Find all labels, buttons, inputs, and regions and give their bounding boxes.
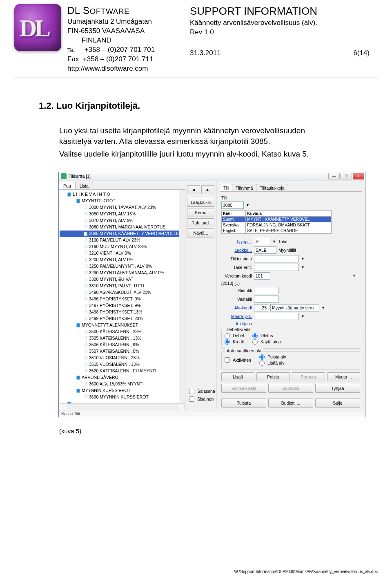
lisaa-alv-radio[interactable]	[259, 361, 265, 366]
tab-tili[interactable]: Tili	[220, 184, 232, 191]
tree-row[interactable]: MYÖNNETYT ALENNUKSET	[60, 322, 184, 329]
tree-row[interactable]: 3300 MYYNTI, EU-VAT	[60, 276, 184, 283]
salasana-checkbox[interactable]	[189, 389, 194, 394]
tree-row[interactable]: 3520 KÄTEISALENN., EU MYYNTI	[60, 368, 184, 374]
tab-puu[interactable]: Puu	[59, 182, 76, 189]
tree-row[interactable]: MYYNNIN KURSSIEROT	[60, 387, 184, 394]
tase-input[interactable]	[254, 264, 299, 271]
maximize-button[interactable]: ☐	[341, 173, 352, 179]
alvkoodi-select[interactable]	[270, 304, 319, 311]
account-tree[interactable]: L I I K E V A I H T OMYYNTITUOTOT3000 MY…	[59, 190, 185, 403]
toiminto-input[interactable]	[254, 255, 299, 262]
tree-row[interactable]: 3600 ALV, 18,033% MYYNTI	[60, 381, 184, 387]
tyyppi-link[interactable]: Tyyppi...	[221, 239, 252, 244]
table-row[interactable]: EnglishSALE, REVERSE CHARGE	[222, 228, 332, 233]
tree-row[interactable]: ARVONLISÄVERO	[60, 374, 184, 381]
tree-row[interactable]: 3080 MYYNTI, MARGINAALIVEROTUS	[60, 224, 184, 231]
suodatin-button[interactable]: Suodatin	[268, 384, 313, 393]
expand-all-button[interactable]: Laaj.kaikki	[187, 198, 214, 207]
tree-row[interactable]: L I I K E V A I H T O	[60, 191, 184, 198]
tree-row[interactable]: 3190 MUU MYYNTI, ALV 23%	[60, 244, 184, 250]
oletus-radio[interactable]	[252, 333, 258, 338]
valitse-kaikki-button[interactable]: Valitse kaikki	[221, 384, 266, 393]
budjetti-button[interactable]: Budjetti ...	[268, 399, 313, 408]
close-button[interactable]: ✕	[353, 173, 364, 179]
dropdown-icon[interactable]: ▼	[246, 203, 249, 207]
table-row[interactable]: SvenskaFÖRSÄLJNING, OMVÄND SKATT	[222, 222, 332, 228]
vastatili-input[interactable]	[254, 296, 278, 303]
tyhjaa-button[interactable]: Tyhjää	[315, 384, 360, 393]
tree-row[interactable]: 3497 PYÖRISTYKSET, 9%	[60, 302, 184, 309]
dropdown-icon[interactable]: ▼	[301, 314, 305, 318]
tree-container: L I I K E V A I H T OMYYNTITUOTOT3000 MY…	[59, 190, 185, 403]
poista-alv-radio[interactable]	[259, 354, 265, 360]
show-button[interactable]: Näytä...	[187, 228, 214, 237]
alvkoodi-link[interactable]: Alv-koodi	[221, 305, 252, 310]
plus-minus-icon[interactable]: + | -	[353, 273, 360, 278]
prev-button[interactable]: ◄	[187, 185, 200, 194]
fax-label: Fax	[67, 55, 79, 63]
next-button[interactable]: ►	[201, 185, 214, 194]
tree-row[interactable]: 3500 KÄTEISALENN., 23%	[60, 329, 184, 335]
luokka-link[interactable]: Luokka...	[221, 248, 252, 253]
tulosta-button[interactable]: Tulosta	[221, 399, 266, 408]
muuta-button[interactable]: Muuta ...	[327, 372, 360, 381]
tree-row[interactable]: 3290 MYYNTI AHVENANMAA, ALV 0%	[60, 270, 184, 276]
minimize-button[interactable]: —	[328, 173, 340, 179]
maara-input[interactable]	[254, 313, 299, 320]
tree-row[interactable]: 3510 VUOSIALENN., 23%	[60, 355, 184, 361]
tree-row[interactable]: 3515 VUOSIALENN., 13%	[60, 361, 184, 368]
tree-row[interactable]	[60, 401, 184, 403]
tree-row[interactable]: MYYNTITUOTOT	[60, 198, 184, 204]
tree-row[interactable]: 3100 PALVELUT, ALV 23%	[60, 237, 184, 244]
rebuild-button[interactable]: Rak. uud.	[187, 218, 214, 227]
tili-input[interactable]	[221, 202, 244, 209]
sulje-button[interactable]: Sulje	[315, 399, 360, 408]
poista-button[interactable]: Poista	[256, 372, 290, 381]
tree-row[interactable]: 3200 MYYNTI, ALV 0%	[60, 257, 184, 263]
lisaa-button[interactable]: Lisää	[221, 372, 254, 381]
revision: Rev 1.0	[190, 28, 378, 37]
tree-row[interactable]: 3000 MYYNTI, TAVARAT, ALV 23%	[60, 204, 184, 211]
dropdown-icon[interactable]: ▼	[321, 306, 325, 310]
akirjaus-link[interactable]: A.kirjaus	[221, 321, 252, 326]
collapse-button[interactable]: Kerää	[187, 208, 214, 217]
peruuta-button[interactable]: Peruuta	[292, 372, 325, 381]
tree-row[interactable]: 3690 MYYNNIN KURSSIEROT	[60, 394, 184, 401]
tab-lista[interactable]: Lista	[75, 182, 93, 189]
dropdown-icon[interactable]: ▼	[272, 240, 276, 244]
tree-row[interactable]: 3250 PALVELUMYYNTI, ALV 0%	[60, 263, 184, 270]
kredit-radio[interactable]	[225, 339, 230, 345]
tree-row[interactable]: 3050 MYYNTI, ALV 13%	[60, 211, 184, 217]
luokka-input[interactable]	[254, 246, 276, 254]
kayta-aina-radio[interactable]	[252, 339, 258, 345]
tree-row[interactable]: 3505 KÄTEISALENN., 13%	[60, 335, 184, 342]
maara-link[interactable]: Määrä yks.	[221, 314, 252, 319]
aktiivinen-checkbox[interactable]	[225, 357, 230, 363]
vertical-scrollbar[interactable]	[179, 190, 185, 403]
tree-row[interactable]: 3210 VIENTI, ALV 0%	[60, 250, 184, 257]
dropdown-icon[interactable]: ▼	[301, 257, 305, 261]
tree-row[interactable]: 3506 KÄTEISALENN., 9%	[60, 342, 184, 348]
dropdown-icon[interactable]: ▼	[301, 265, 305, 269]
tree-row[interactable]: 3085 MYYNTI, KÄÄNNETTY VEROVELVOLLISUUS	[60, 231, 184, 237]
tree-row[interactable]: 3498 PYÖRISTYKSET 13%	[60, 309, 184, 316]
horizontal-scrollbar[interactable]	[59, 403, 185, 410]
tree-row[interactable]: 3499 PYÖRISTYKSET, 23%	[60, 316, 184, 322]
tab-tiliryhma[interactable]: Tiliryhmä	[232, 184, 256, 191]
description-table[interactable]: KieliKuvaus SuomiMYYNTI, KÄÄNNETTY VEROV…	[221, 211, 332, 234]
tyyppi-input[interactable]	[254, 238, 270, 245]
tab-tilitaulukkoja[interactable]: Tilitaulukkoja	[256, 184, 288, 191]
tree-row[interactable]: 3310 MYYNTI, PALVELU EU	[60, 283, 184, 289]
tree-row[interactable]: 3496 PYÖRISTYKSET, 0%	[60, 296, 184, 302]
tree-row[interactable]: 3070 MYYNTI, ALV 9%	[60, 217, 184, 224]
alvkoodi-input[interactable]	[254, 304, 268, 311]
tree-row[interactable]: 3490 ASIAKASKULUT, ALV 23%	[60, 289, 184, 296]
window-titlebar[interactable]: Tilikartta [1] — ☐ ✕	[59, 172, 365, 181]
debet-radio[interactable]	[225, 333, 230, 338]
siirtotili-input[interactable]	[254, 287, 278, 294]
sisainen-checkbox[interactable]	[189, 396, 194, 402]
verolom-input[interactable]	[254, 272, 270, 280]
tree-row[interactable]: 3507 KÄTEISALENN., 0%	[60, 348, 184, 355]
table-row[interactable]: SuomiMYYNTI, KÄÄNNETTY VEROVEL	[222, 216, 332, 222]
